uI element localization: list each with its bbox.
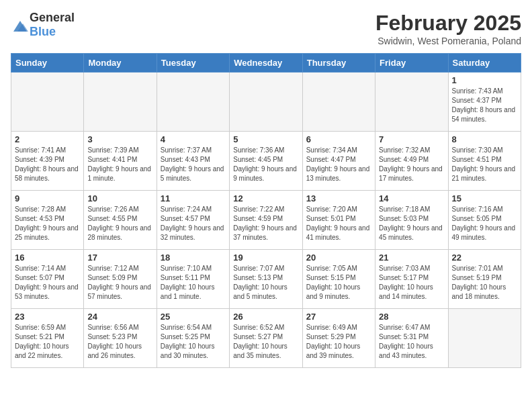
calendar-cell [375, 73, 448, 132]
day-info: Sunrise: 7:10 AM Sunset: 5:11 PM Dayligh… [161, 264, 226, 302]
calendar-cell: 20Sunrise: 7:05 AM Sunset: 5:15 PM Dayli… [302, 250, 375, 309]
calendar-cell [11, 73, 84, 132]
day-info: Sunrise: 7:14 AM Sunset: 5:07 PM Dayligh… [15, 264, 80, 302]
logo-blue: Blue [30, 25, 56, 38]
calendar-cell [84, 73, 157, 132]
day-info: Sunrise: 7:01 AM Sunset: 5:19 PM Dayligh… [452, 264, 517, 302]
day-info: Sunrise: 7:30 AM Sunset: 4:51 PM Dayligh… [452, 146, 517, 183]
day-info: Sunrise: 6:49 AM Sunset: 5:29 PM Dayligh… [306, 323, 371, 361]
calendar-cell [157, 73, 229, 132]
day-number: 19 [233, 253, 298, 263]
day-number: 11 [161, 193, 226, 203]
column-header-monday: Monday [84, 54, 157, 73]
calendar-header-row: SundayMondayTuesdayWednesdayThursdayFrid… [11, 54, 521, 73]
day-number: 26 [233, 312, 298, 322]
day-info: Sunrise: 7:03 AM Sunset: 5:17 PM Dayligh… [379, 264, 444, 302]
day-number: 24 [87, 312, 152, 322]
calendar-cell [302, 73, 375, 132]
calendar-cell: 28Sunrise: 6:47 AM Sunset: 5:31 PM Dayli… [375, 309, 448, 368]
day-number: 16 [15, 253, 80, 263]
week-row-1: 1Sunrise: 7:43 AM Sunset: 4:37 PM Daylig… [11, 73, 521, 132]
calendar-cell: 10Sunrise: 7:26 AM Sunset: 4:55 PM Dayli… [84, 191, 157, 250]
calendar-cell: 8Sunrise: 7:30 AM Sunset: 4:51 PM Daylig… [448, 132, 521, 191]
day-number: 22 [452, 253, 517, 263]
day-number: 5 [233, 134, 298, 144]
calendar-cell: 25Sunrise: 6:54 AM Sunset: 5:25 PM Dayli… [157, 309, 229, 368]
day-info: Sunrise: 7:12 AM Sunset: 5:09 PM Dayligh… [87, 264, 152, 302]
day-info: Sunrise: 7:37 AM Sunset: 4:43 PM Dayligh… [161, 146, 226, 183]
day-number: 12 [233, 193, 298, 203]
column-header-wednesday: Wednesday [230, 54, 302, 73]
day-info: Sunrise: 7:22 AM Sunset: 4:59 PM Dayligh… [233, 205, 298, 242]
column-header-sunday: Sunday [11, 54, 84, 73]
calendar-cell: 7Sunrise: 7:32 AM Sunset: 4:49 PM Daylig… [375, 132, 448, 191]
calendar-cell: 18Sunrise: 7:10 AM Sunset: 5:11 PM Dayli… [157, 250, 229, 309]
day-info: Sunrise: 7:18 AM Sunset: 5:03 PM Dayligh… [379, 205, 444, 242]
week-row-4: 16Sunrise: 7:14 AM Sunset: 5:07 PM Dayli… [11, 250, 521, 309]
day-number: 13 [306, 193, 371, 203]
day-info: Sunrise: 7:16 AM Sunset: 5:05 PM Dayligh… [452, 205, 517, 242]
calendar-cell: 14Sunrise: 7:18 AM Sunset: 5:03 PM Dayli… [375, 191, 448, 250]
calendar-cell: 15Sunrise: 7:16 AM Sunset: 5:05 PM Dayli… [448, 191, 521, 250]
day-info: Sunrise: 7:07 AM Sunset: 5:13 PM Dayligh… [233, 264, 298, 302]
day-info: Sunrise: 6:54 AM Sunset: 5:25 PM Dayligh… [161, 323, 226, 361]
day-number: 27 [306, 312, 371, 322]
day-number: 21 [379, 253, 444, 263]
week-row-3: 9Sunrise: 7:28 AM Sunset: 4:53 PM Daylig… [11, 191, 521, 250]
calendar-cell: 23Sunrise: 6:59 AM Sunset: 5:21 PM Dayli… [11, 309, 84, 368]
day-info: Sunrise: 7:36 AM Sunset: 4:45 PM Dayligh… [233, 146, 298, 183]
week-row-2: 2Sunrise: 7:41 AM Sunset: 4:39 PM Daylig… [11, 132, 521, 191]
day-number: 7 [379, 134, 444, 144]
calendar-cell: 1Sunrise: 7:43 AM Sunset: 4:37 PM Daylig… [448, 73, 521, 132]
day-info: Sunrise: 7:34 AM Sunset: 4:47 PM Dayligh… [306, 146, 371, 183]
calendar-title: February 2025 [375, 11, 521, 36]
day-info: Sunrise: 7:28 AM Sunset: 4:53 PM Dayligh… [15, 205, 80, 242]
day-number: 15 [452, 193, 517, 203]
column-header-saturday: Saturday [448, 54, 521, 73]
calendar-cell: 6Sunrise: 7:34 AM Sunset: 4:47 PM Daylig… [302, 132, 375, 191]
calendar-cell [448, 309, 521, 368]
header: General Blue February 2025 Swidwin, West… [11, 11, 521, 46]
calendar-cell: 19Sunrise: 7:07 AM Sunset: 5:13 PM Dayli… [230, 250, 302, 309]
day-info: Sunrise: 6:47 AM Sunset: 5:31 PM Dayligh… [379, 323, 444, 361]
calendar-cell: 3Sunrise: 7:39 AM Sunset: 4:41 PM Daylig… [84, 132, 157, 191]
logo: General Blue [11, 11, 75, 39]
day-number: 23 [15, 312, 80, 322]
day-info: Sunrise: 7:24 AM Sunset: 4:57 PM Dayligh… [161, 205, 226, 242]
day-number: 18 [161, 253, 226, 263]
day-number: 4 [161, 134, 226, 144]
day-info: Sunrise: 7:05 AM Sunset: 5:15 PM Dayligh… [306, 264, 371, 302]
calendar-cell: 16Sunrise: 7:14 AM Sunset: 5:07 PM Dayli… [11, 250, 84, 309]
day-info: Sunrise: 6:59 AM Sunset: 5:21 PM Dayligh… [15, 323, 80, 361]
day-number: 6 [306, 134, 371, 144]
day-number: 1 [452, 75, 517, 85]
logo-general: General [30, 11, 75, 24]
calendar-table: SundayMondayTuesdayWednesdayThursdayFrid… [11, 53, 521, 368]
day-number: 25 [161, 312, 226, 322]
calendar-cell: 26Sunrise: 6:52 AM Sunset: 5:27 PM Dayli… [230, 309, 302, 368]
calendar-cell: 21Sunrise: 7:03 AM Sunset: 5:17 PM Dayli… [375, 250, 448, 309]
day-number: 28 [379, 312, 444, 322]
calendar-subtitle: Swidwin, West Pomerania, Poland [375, 36, 521, 46]
calendar-cell: 12Sunrise: 7:22 AM Sunset: 4:59 PM Dayli… [230, 191, 302, 250]
calendar-cell: 11Sunrise: 7:24 AM Sunset: 4:57 PM Dayli… [157, 191, 229, 250]
day-number: 10 [87, 193, 152, 203]
column-header-thursday: Thursday [302, 54, 375, 73]
week-row-5: 23Sunrise: 6:59 AM Sunset: 5:21 PM Dayli… [11, 309, 521, 368]
day-number: 20 [306, 253, 371, 263]
calendar-cell: 24Sunrise: 6:56 AM Sunset: 5:23 PM Dayli… [84, 309, 157, 368]
calendar-cell: 17Sunrise: 7:12 AM Sunset: 5:09 PM Dayli… [84, 250, 157, 309]
calendar-cell: 27Sunrise: 6:49 AM Sunset: 5:29 PM Dayli… [302, 309, 375, 368]
day-info: Sunrise: 7:20 AM Sunset: 5:01 PM Dayligh… [306, 205, 371, 242]
day-info: Sunrise: 7:26 AM Sunset: 4:55 PM Dayligh… [87, 205, 152, 242]
day-info: Sunrise: 7:41 AM Sunset: 4:39 PM Dayligh… [15, 146, 80, 183]
day-number: 8 [452, 134, 517, 144]
day-info: Sunrise: 7:43 AM Sunset: 4:37 PM Dayligh… [452, 87, 517, 124]
day-number: 17 [87, 253, 152, 263]
column-header-tuesday: Tuesday [157, 54, 229, 73]
day-number: 3 [87, 134, 152, 144]
calendar-cell: 5Sunrise: 7:36 AM Sunset: 4:45 PM Daylig… [230, 132, 302, 191]
logo-icon [11, 18, 27, 32]
column-header-friday: Friday [375, 54, 448, 73]
calendar-cell: 13Sunrise: 7:20 AM Sunset: 5:01 PM Dayli… [302, 191, 375, 250]
